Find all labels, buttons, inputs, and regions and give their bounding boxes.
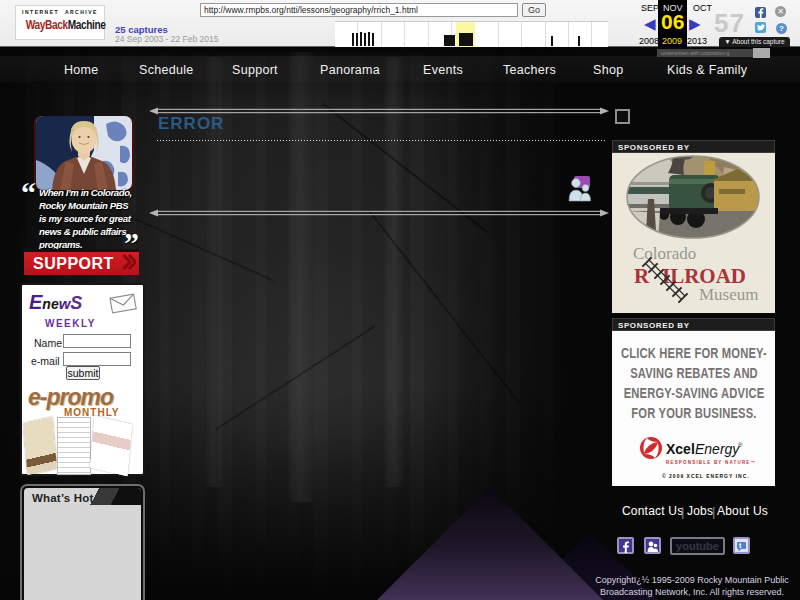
svg-text:Museum: Museum <box>699 285 759 304</box>
svg-text:Energy: Energy <box>695 441 740 457</box>
svg-text:RESPONSIBLE BY NATURE™: RESPONSIBLE BY NATURE™ <box>666 460 756 465</box>
svg-text:Xcel: Xcel <box>666 441 695 457</box>
svg-text:© 2009 XCEL ENERGY INC.: © 2009 XCEL ENERGY INC. <box>662 473 750 479</box>
svg-text:R: R <box>634 264 650 288</box>
svg-text:®: ® <box>738 442 743 448</box>
svg-text:Colorado: Colorado <box>633 244 696 263</box>
